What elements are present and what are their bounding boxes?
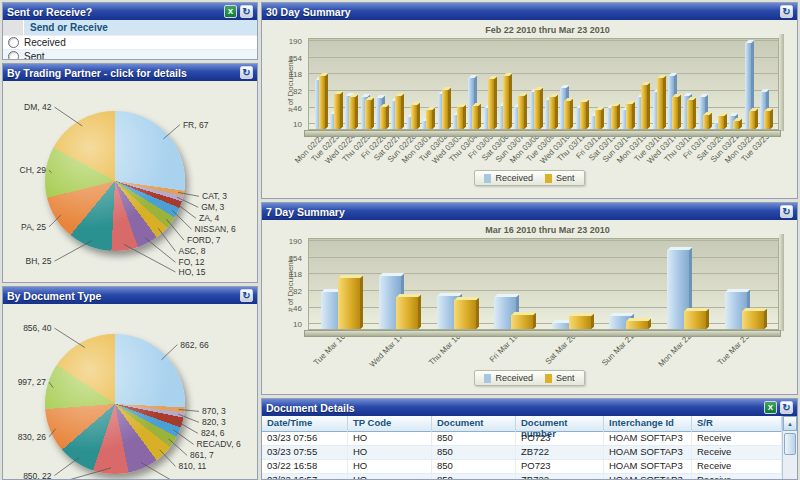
bar-group: Sun Mar 21: [600, 239, 658, 329]
panel-sent-or-receive: Sent or Receive? X ↻ Send or Receive Rec…: [2, 2, 258, 60]
cell: HOAM SOFTAP3: [604, 460, 692, 473]
table-body: 03/23 07:56HO850PO723HOAM SOFTAP3Receive…: [262, 432, 782, 480]
table-header-row: Date/TimeTP CodeDocumentDocument numberI…: [262, 416, 782, 432]
x-axis-label: Sat Mar 20: [544, 332, 578, 366]
legend-box: ReceivedSent: [474, 170, 584, 186]
bar-group: Wed 03/10: [558, 39, 573, 129]
panel-header: Sent or Receive? X ↻: [3, 3, 257, 20]
cell: Receive: [692, 460, 782, 473]
pie-slice-label: 870, 3: [202, 406, 226, 416]
excel-export-icon[interactable]: X: [224, 5, 237, 18]
trading-partner-pie-chart: FR, 67CAT, 3GM, 3ZA, 4NISSAN, 6FORD, 7AS…: [3, 81, 257, 282]
legend-swatch: [484, 174, 491, 183]
radio-column-header: [3, 20, 24, 35]
x-axis-label: Sun Mar 21: [600, 332, 636, 368]
bar-group: Wed 03/17: [665, 39, 680, 129]
legend-label: Received: [495, 373, 533, 383]
pie-slice-label: FO, 12: [179, 257, 205, 267]
bar-sent: [626, 104, 632, 129]
y-tick-label: 46: [293, 304, 302, 313]
cell: 03/22 16:57: [262, 474, 348, 480]
bar-group: Mon Mar 22: [658, 239, 716, 329]
bar-group: Thu 02/25: [358, 39, 373, 129]
panel-7-day-summary: 7 Day Summary ↻ Mar 16 2010 thru Mar 23 …: [261, 202, 798, 395]
bar-sent: [442, 90, 448, 129]
bar-group: Sun 02/28: [404, 39, 419, 129]
legend: ReceivedSent: [262, 170, 797, 186]
refresh-icon[interactable]: ↻: [240, 66, 253, 79]
pie-slice-label: NISSAN, 6: [195, 224, 236, 234]
bar-sent: [534, 90, 540, 129]
option-label: Received: [24, 37, 66, 48]
plot-right-wall: [779, 34, 784, 131]
pie-slice-label: 997, 27: [18, 377, 46, 387]
radio-received[interactable]: [8, 37, 19, 48]
option-row-sent[interactable]: Sent: [3, 49, 257, 60]
pie-slice-label: 862, 66: [180, 340, 208, 350]
panel-title: 30 Day Summary: [266, 6, 777, 18]
panel-header: By Document Type ↻: [3, 287, 257, 304]
pie-trading_partner[interactable]: [45, 111, 185, 251]
bar-group: Mon 03/22: [742, 39, 757, 129]
cell: 03/22 16:58: [262, 460, 348, 473]
y-axis: 104682118154190: [274, 38, 304, 130]
refresh-icon[interactable]: ↻: [780, 205, 793, 218]
bar-sent: [395, 96, 401, 129]
bar-sent: [703, 115, 709, 129]
plot-area: Tue Mar 16Wed Mar 17Thu Mar 18Fri Mar 19…: [308, 238, 779, 330]
excel-export-icon[interactable]: X: [764, 401, 777, 414]
cell: Receive: [692, 432, 782, 445]
refresh-icon[interactable]: ↻: [240, 289, 253, 302]
bar-sent: [764, 111, 770, 129]
scroll-up-button[interactable]: ▲: [783, 416, 797, 431]
document-details-table: Date/TimeTP CodeDocumentDocument numberI…: [262, 416, 797, 479]
legend-swatch: [484, 374, 491, 383]
legend-label: Sent: [556, 173, 575, 183]
7-day-bar-chart: # of Documents 104682118154190 Tue Mar 1…: [308, 238, 779, 330]
y-tick-label: 10: [293, 320, 302, 329]
plot-right-wall: [779, 234, 784, 331]
pie-document_type[interactable]: [45, 334, 185, 474]
plot-area: Mon 02/22Tue 02/23Wed 02/24Thu 02/25Fri …: [308, 38, 779, 130]
refresh-icon[interactable]: ↻: [240, 5, 253, 18]
bar-sent: [742, 311, 764, 329]
bar-group: Tue Mar 16: [312, 239, 370, 329]
panel-title: Sent or Receive?: [7, 6, 221, 18]
vertical-scrollbar[interactable]: ▲: [782, 416, 797, 479]
legend-label: Sent: [556, 373, 575, 383]
pie-slice-label: 810, 11: [179, 461, 207, 471]
cell: 850: [432, 446, 516, 459]
bar-sent: [718, 116, 724, 129]
bar-sent: [657, 78, 663, 129]
legend-item-received: Received: [484, 173, 533, 183]
y-axis: 104682118154190: [274, 238, 304, 330]
bar-sent: [518, 96, 524, 129]
bar-sent: [626, 321, 648, 329]
refresh-icon[interactable]: ↻: [780, 401, 793, 414]
pie-slice-label: ASC, 8: [179, 246, 206, 256]
cell: HO: [348, 460, 432, 473]
bar-sent: [338, 278, 360, 329]
radio-sent[interactable]: [8, 51, 19, 60]
bar-group: Thu 03/18: [681, 39, 696, 129]
option-row-received[interactable]: Received: [3, 35, 257, 49]
bar-sent: [641, 85, 647, 129]
pie-slice-label: FR, 67: [183, 120, 209, 130]
bar-sent: [549, 97, 555, 129]
legend-item-received: Received: [484, 373, 533, 383]
panel-document-type: By Document Type ↻ 862, 66870, 3820, 382…: [2, 286, 258, 480]
legend-item-sent: Sent: [545, 173, 575, 183]
bar-sent: [749, 111, 755, 129]
cell: Receive: [692, 446, 782, 459]
bar-group: Wed 03/03: [450, 39, 465, 129]
x-axis-label: Tue Mar 16: [312, 332, 347, 367]
bar-sent: [488, 79, 494, 129]
bar-sent: [595, 110, 601, 129]
scroll-thumb[interactable]: [784, 433, 796, 455]
bar-sent: [380, 107, 386, 129]
send-or-receive-header: Send or Receive: [3, 20, 257, 35]
pie-slice-label: 856, 40: [23, 323, 51, 333]
bar-group: Fri 03/12: [588, 39, 603, 129]
panel-header: 30 Day Summary ↻: [262, 3, 797, 20]
refresh-icon[interactable]: ↻: [780, 5, 793, 18]
